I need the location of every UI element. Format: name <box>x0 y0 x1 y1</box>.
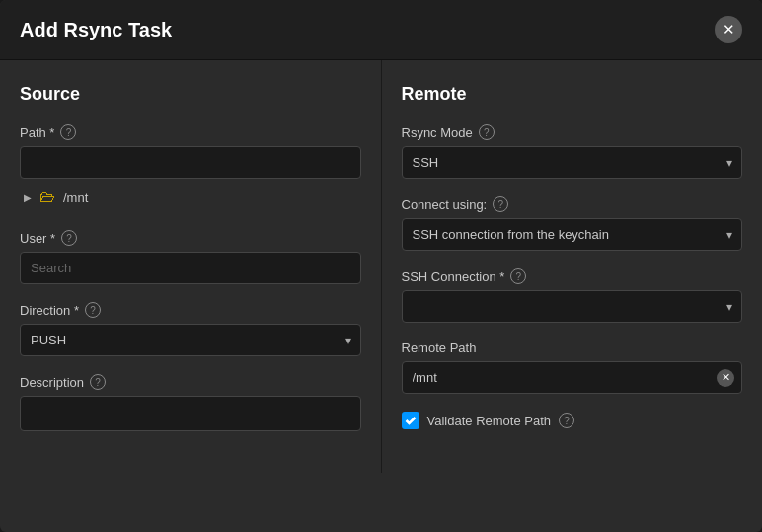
remote-path-clear-button[interactable]: ✕ <box>717 369 734 387</box>
rsync-mode-select[interactable]: SSH Module <box>402 146 743 179</box>
folder-arrow-icon: ▶ <box>24 192 32 203</box>
direction-field-group: Direction * ? PUSH PULL ▾ <box>20 302 361 356</box>
modal: Add Rsync Task ✕ Source Path * ? ▶ 🗁 /mn… <box>0 0 762 532</box>
remote-path-input[interactable] <box>402 361 743 394</box>
ssh-connection-select[interactable] <box>402 290 743 323</box>
ssh-connection-field-group: SSH Connection * ? ▾ <box>402 268 743 323</box>
description-label: Description ? <box>20 374 361 390</box>
path-help-icon[interactable]: ? <box>60 124 76 140</box>
validate-remote-path-label: Validate Remote Path <box>427 414 552 428</box>
ssh-connection-label: SSH Connection * ? <box>402 268 743 284</box>
remote-path-label: Remote Path <box>402 341 743 355</box>
folder-icon: 🗁 <box>39 189 55 206</box>
folder-row: ▶ 🗁 /mnt <box>20 183 361 212</box>
close-button[interactable]: ✕ <box>715 16 742 43</box>
user-help-icon[interactable]: ? <box>61 230 77 246</box>
remote-section-title: Remote <box>402 84 743 105</box>
connect-using-field-group: Connect using: ? SSH connection from the… <box>402 196 743 251</box>
connect-using-help-icon[interactable]: ? <box>493 196 508 212</box>
user-label: User * ? <box>20 230 361 246</box>
modal-body: Source Path * ? ▶ 🗁 /mnt User * ? <box>0 60 762 473</box>
connect-using-select-wrapper: SSH connection from the keychain Manual … <box>402 218 743 251</box>
modal-header: Add Rsync Task ✕ <box>0 0 762 60</box>
path-input[interactable] <box>20 146 361 179</box>
validate-remote-path-row: Validate Remote Path ? <box>402 412 743 429</box>
ssh-connection-select-wrapper: ▾ <box>402 290 743 323</box>
rsync-mode-select-wrapper: SSH Module ▾ <box>402 146 743 179</box>
user-search-input[interactable] <box>20 252 361 284</box>
path-label: Path * ? <box>20 124 361 140</box>
folder-path-label: /mnt <box>63 190 88 205</box>
description-field-group: Description ? <box>20 374 361 431</box>
direction-label: Direction * ? <box>20 302 361 318</box>
rsync-mode-help-icon[interactable]: ? <box>479 124 495 140</box>
validate-remote-path-help-icon[interactable]: ? <box>559 413 574 428</box>
direction-select-wrapper: PUSH PULL ▾ <box>20 324 361 356</box>
description-help-icon[interactable]: ? <box>90 374 106 390</box>
direction-help-icon[interactable]: ? <box>85 302 101 318</box>
ssh-connection-help-icon[interactable]: ? <box>510 268 526 284</box>
rsync-mode-field-group: Rsync Mode ? SSH Module ▾ <box>402 124 743 179</box>
rsync-mode-label: Rsync Mode ? <box>402 124 743 140</box>
connect-using-label: Connect using: ? <box>402 196 743 212</box>
remote-path-field-group: Remote Path ✕ <box>402 341 743 394</box>
remote-panel: Remote Rsync Mode ? SSH Module ▾ <box>382 60 763 473</box>
path-field-group: Path * ? ▶ 🗁 /mnt <box>20 124 361 212</box>
source-section-title: Source <box>20 84 361 105</box>
description-input[interactable] <box>20 396 361 431</box>
source-panel: Source Path * ? ▶ 🗁 /mnt User * ? <box>0 60 382 473</box>
user-field-group: User * ? <box>20 230 361 284</box>
validate-remote-path-checkbox[interactable] <box>402 412 419 429</box>
direction-select[interactable]: PUSH PULL <box>20 324 361 356</box>
connect-using-select[interactable]: SSH connection from the keychain Manual <box>402 218 743 251</box>
remote-path-wrapper: ✕ <box>402 361 743 394</box>
modal-title: Add Rsync Task <box>20 19 172 41</box>
